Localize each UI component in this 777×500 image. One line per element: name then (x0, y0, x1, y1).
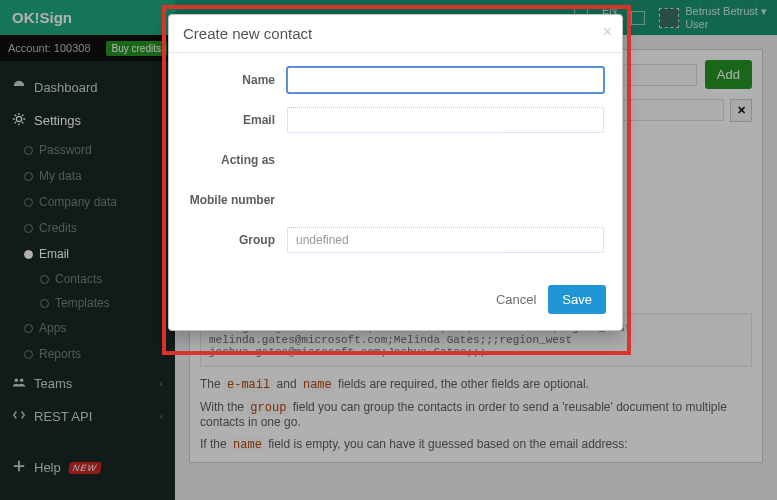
modal-title: Create new contact (183, 25, 312, 42)
create-contact-modal: Create new contact × Name Email Acting a… (168, 14, 623, 331)
label-group: Group (187, 233, 287, 247)
label-name: Name (187, 73, 287, 87)
email-field[interactable] (287, 107, 604, 133)
close-icon[interactable]: × (603, 23, 612, 41)
modal-body: Name Email Acting as Mobile number Group (169, 53, 622, 273)
label-acting-as: Acting as (187, 153, 287, 167)
label-mobile: Mobile number (187, 193, 287, 207)
cancel-button[interactable]: Cancel (496, 292, 536, 307)
group-field[interactable] (287, 227, 604, 253)
modal-header: Create new contact × (169, 15, 622, 53)
modal-footer: Cancel Save (169, 273, 622, 330)
acting-as-field[interactable] (287, 147, 604, 173)
mobile-field[interactable] (287, 187, 604, 213)
label-email: Email (187, 113, 287, 127)
save-button[interactable]: Save (548, 285, 606, 314)
name-field[interactable] (287, 67, 604, 93)
